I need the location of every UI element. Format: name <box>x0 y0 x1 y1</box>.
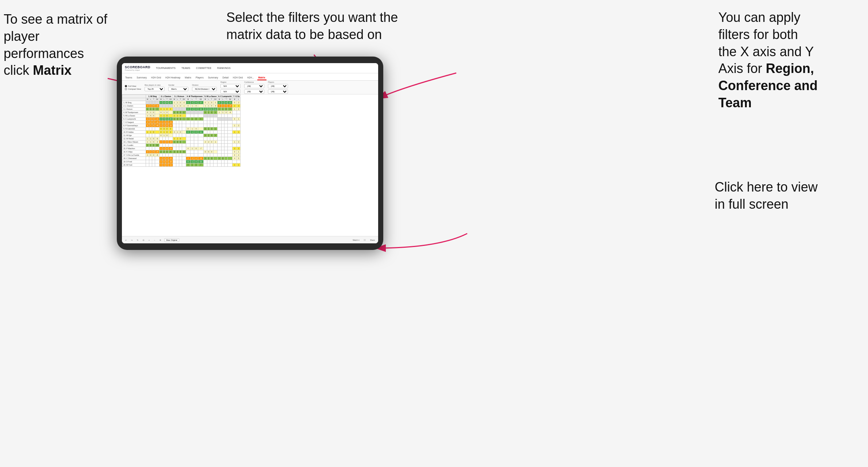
matrix-cell: 1 <box>146 108 149 111</box>
matrix-cell: -15 <box>169 157 173 160</box>
tab-players[interactable]: Players <box>195 76 205 80</box>
matrix-cell: 2 <box>146 154 149 157</box>
conference-select[interactable]: (All) <box>244 84 264 88</box>
matrix-cell <box>198 127 203 131</box>
matrix-cell: 3 <box>173 150 176 154</box>
watch-btn[interactable]: Watch ▾ <box>352 239 360 242</box>
compact-view-option[interactable]: Compact View <box>125 88 141 90</box>
matrix-cell: 0 <box>194 101 198 104</box>
matrix-container[interactable]: 1. W Ding 2. L Clanton 3. J Koivun 4. M … <box>122 94 378 243</box>
refresh-btn[interactable]: ↻ <box>136 239 139 242</box>
players-select[interactable]: (All) <box>268 84 288 88</box>
division-select[interactable]: NCAA Division I <box>192 87 217 91</box>
settings-btn[interactable]: ⚙ <box>158 239 162 242</box>
ann-left-line2: player performances <box>4 29 84 61</box>
tab-matrix-active[interactable]: Matrix <box>257 76 266 80</box>
header-player <box>122 95 146 98</box>
matrix-cell: 1 <box>207 157 210 160</box>
tab-detail[interactable]: Detail <box>221 76 230 80</box>
matrix-cell: 1 <box>207 104 210 108</box>
nav-tournaments[interactable]: TOURNAMENTS <box>155 66 177 70</box>
fullscreen-btn[interactable]: ⛶ <box>363 239 367 242</box>
matrix-cell <box>173 147 176 150</box>
conference-select2[interactable]: (All) <box>244 89 264 94</box>
matrix-cell: 2 <box>159 124 162 127</box>
matrix-cell <box>210 124 213 127</box>
matrix-cell <box>228 121 233 124</box>
matrix-cell: 0 <box>194 160 198 163</box>
matrix-cell <box>155 114 160 117</box>
matrix-cell <box>159 144 162 147</box>
matrix-cell: 0 <box>204 101 207 104</box>
matrix-cell: 0 <box>152 121 155 124</box>
view-original-btn[interactable]: View: Original <box>164 238 179 242</box>
table-row: 5. M La Sasso150110110 <box>122 114 241 117</box>
gender-select[interactable]: Men's <box>168 87 188 91</box>
header-col1: 1. W Ding <box>146 95 160 98</box>
zoom-out-btn[interactable]: − <box>153 239 156 242</box>
matrix-cell: 1 <box>190 108 194 111</box>
matrix-cell: 0 <box>179 101 182 104</box>
tab-h2h-grid2[interactable]: H2H Grid <box>232 76 244 80</box>
full-view-radio[interactable] <box>125 85 127 87</box>
matrix-cell <box>210 121 213 124</box>
tab-h2h-grid[interactable]: H2H Grid <box>150 76 162 80</box>
nav-committee[interactable]: COMMITTEE <box>195 66 212 70</box>
redo-btn[interactable]: ↪ <box>130 239 134 242</box>
matrix-cell: 0 <box>179 137 182 140</box>
tab-h2h-heatmap[interactable]: H2H Heatmap <box>164 76 181 80</box>
matrix-cell: 0 <box>166 157 169 160</box>
tab-summary2[interactable]: Summary <box>207 76 219 80</box>
matrix-cell <box>166 144 169 147</box>
nav-rankings[interactable]: RANKINGS <box>216 66 232 70</box>
share-btn[interactable]: Share <box>369 239 376 242</box>
nav-teams[interactable]: TEAMS <box>180 66 191 70</box>
tab-summary[interactable]: Summary <box>135 76 148 80</box>
players-select2[interactable]: (All) <box>268 89 288 94</box>
tab-matrix[interactable]: Matrix <box>184 76 192 80</box>
matrix-cell <box>213 147 218 150</box>
matrix-cell: 1 <box>173 137 176 140</box>
matrix-cell: -11 <box>155 117 160 121</box>
region-select2[interactable]: N/A <box>220 89 241 94</box>
full-view-option[interactable]: Full View <box>125 85 141 87</box>
matrix-cell <box>210 147 213 150</box>
max-players-select[interactable]: Top 25 <box>145 87 165 91</box>
matrix-cell: 2 <box>233 147 237 150</box>
matrix-cell <box>218 154 221 157</box>
sh-l6: L <box>221 98 224 101</box>
tab-h2h2[interactable]: H2H... <box>246 76 255 80</box>
matrix-cell: 0 <box>233 101 237 104</box>
undo-btn[interactable]: ↩ <box>124 239 128 242</box>
matrix-cell: 0 <box>166 108 169 111</box>
player-name-cell: 3. J Koivun <box>122 108 146 111</box>
matrix-cell <box>194 134 198 137</box>
matrix-cell <box>198 111 203 114</box>
matrix-cell: 2 <box>237 104 241 108</box>
matrix-cell <box>204 117 207 121</box>
zoom-fit-btn[interactable]: ⊡ <box>142 239 145 242</box>
matrix-cell: 0 <box>166 134 169 137</box>
matrix-cell: 0 <box>149 117 152 121</box>
matrix-cell <box>213 150 218 154</box>
matrix-cell <box>224 121 228 124</box>
matrix-cell <box>182 108 186 111</box>
matrix-cell: 0 <box>169 108 173 111</box>
tab-teams[interactable]: Teams <box>124 76 133 80</box>
matrix-cell: 3 <box>176 150 179 154</box>
matrix-cell: 17 <box>198 101 203 104</box>
matrix-cell: 0 <box>210 140 213 144</box>
matrix-cell <box>207 131 210 134</box>
compact-view-radio[interactable] <box>125 88 127 90</box>
zoom-in-btn[interactable]: + <box>147 239 151 242</box>
region-select[interactable]: N/A <box>220 84 241 88</box>
matrix-cell <box>194 154 198 157</box>
matrix-cell: 0 <box>218 101 221 104</box>
matrix-cell <box>176 163 179 167</box>
matrix-cell: 4 <box>207 108 210 111</box>
matrix-cell <box>224 163 228 167</box>
matrix-cell: 1 <box>149 144 152 147</box>
matrix-cell <box>194 140 198 144</box>
matrix-cell: 1 <box>163 134 166 137</box>
matrix-cell: 0 <box>224 101 228 104</box>
